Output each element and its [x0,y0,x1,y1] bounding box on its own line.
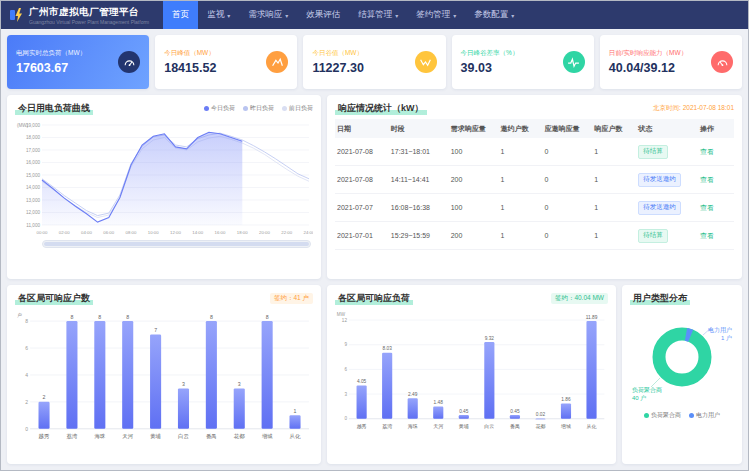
kpi-value: 17603.67 [16,61,86,75]
status-badge: 待结算 [638,145,668,159]
svg-text:8.03: 8.03 [383,346,393,351]
status-badge: 待发送邀约 [638,201,681,215]
nav-item-contract[interactable]: 签约管理▾ [407,1,465,29]
svg-text:17,000: 17,000 [26,148,40,153]
chart-zoom-handle[interactable] [44,242,309,246]
svg-text:花都: 花都 [234,433,245,440]
column-header: 响应户数 [592,119,636,138]
user-type-donut-wrap: 电力用户1 户 负荷聚合商40 户 [630,309,734,405]
load-curve-title: 今日用电负荷曲线 [15,102,93,115]
nav-item-demand-response[interactable]: 需求响应▾ [239,1,297,29]
svg-text:越秀: 越秀 [357,423,367,430]
kpi-card-2: 今日谷值（MW）11227.30 [303,35,445,89]
load-curve-legend: 今日负荷昨日负荷前日负荷 [204,104,313,113]
svg-text:8: 8 [210,314,213,320]
svg-text:海珠: 海珠 [408,423,418,430]
svg-text:荔湾: 荔湾 [67,433,78,440]
legend-dot-icon [689,413,694,418]
svg-text:3: 3 [182,381,185,387]
svg-text:9: 9 [344,342,347,347]
view-link[interactable]: 查看 [700,232,714,239]
svg-text:08:00: 08:00 [126,230,137,235]
kpi-value: 39.03 [461,61,519,75]
svg-text:06:00: 06:00 [103,230,114,235]
status-badge: 待结算 [638,229,668,243]
svg-text:从化: 从化 [587,423,597,430]
legend-dot-icon [282,106,287,111]
svg-text:16:00: 16:00 [215,230,226,235]
load-curve-panel: 今日用电负荷曲线 今日负荷昨日负荷前日负荷 (MW)11,00012,00013… [7,95,321,279]
svg-text:19,000: 19,000 [26,123,40,128]
app-logo-icon [9,7,25,23]
table-row: 2021-07-0817:31~18:01100101待结算查看 [335,138,734,166]
view-link[interactable]: 查看 [700,204,714,211]
top-navbar: 广州市虚拟电厂管理平台 Guangzhou Virtual Power Plan… [1,1,748,29]
svg-text:12,000: 12,000 [26,210,40,215]
meter-icon [711,51,733,73]
legend-item[interactable]: 负荷聚合商 [644,411,681,420]
nav-item-effect-eval[interactable]: 效果评估 [297,1,349,29]
svg-text:22:00: 22:00 [281,230,292,235]
legend-item[interactable]: 昨日负荷 [243,104,274,113]
svg-text:2.49: 2.49 [408,392,418,397]
pulse-icon [563,51,585,73]
dashboard-content: 电网实时总负荷（MW）17603.67今日峰值（MW）18415.52今日谷值（… [1,29,748,470]
nav-item-home[interactable]: 首页 [163,1,198,29]
chevron-down-icon: ▾ [395,12,398,19]
kpi-card-1: 今日峰值（MW）18415.52 [155,35,297,89]
svg-text:海珠: 海珠 [94,433,105,439]
view-link[interactable]: 查看 [700,176,714,183]
svg-text:8: 8 [98,314,101,320]
svg-text:14:00: 14:00 [192,230,203,235]
district-load-chart[interactable]: MW0369124.05越秀8.03荔湾2.49海珠1.48天河0.45黄埔9.… [335,309,608,431]
svg-text:18:00: 18:00 [237,230,248,235]
svg-text:黄埔: 黄埔 [150,433,161,440]
legend-item[interactable]: 今日负荷 [204,104,235,113]
column-header: 状态 [636,119,698,138]
svg-text:1.86: 1.86 [561,397,571,402]
nav-item-params[interactable]: 参数配置▾ [465,1,523,29]
peak-icon [266,51,288,73]
table-header-row: 日期时段需求响应量邀约户数应邀响应量响应户数状态操作 [335,119,734,138]
svg-text:18,000: 18,000 [26,135,40,140]
svg-text:番禺: 番禺 [510,423,520,430]
legend-item[interactable]: 前日负荷 [282,104,313,113]
svg-text:白云: 白云 [484,423,494,429]
aggregator-callout: 负荷聚合商40 户 [632,387,662,403]
district-households-title: 各区局可响应户数 [15,292,93,305]
table-row: 2021-07-0115:29~15:59200101待结算查看 [335,222,734,250]
user-type-title: 用户类型分布 [630,292,690,305]
nav-item-settlement[interactable]: 结算管理▾ [349,1,407,29]
column-header: 需求响应量 [449,119,499,138]
middle-row: 今日用电负荷曲线 今日负荷昨日负荷前日负荷 (MW)11,00012,00013… [7,95,742,279]
load-total-badge: 签约：40.04 MW [551,293,608,304]
svg-text:2: 2 [43,394,46,400]
svg-text:MW: MW [337,312,346,317]
chevron-down-icon: ▾ [227,12,230,19]
column-header: 操作 [698,119,734,138]
svg-text:02:00: 02:00 [59,230,70,235]
legend-item[interactable]: 电力用户 [689,411,720,420]
svg-text:12:00: 12:00 [170,230,181,235]
column-header: 时段 [389,119,449,138]
table-row: 2021-07-0716:08~16:38100101待发送邀约查看 [335,194,734,222]
load-curve-chart[interactable]: (MW)11,00012,00013,00014,00015,00016,000… [15,119,313,237]
district-load-title: 各区局可响应负荷 [335,292,413,305]
district-households-chart[interactable]: 户024682越秀8荔湾8海珠8天河7黄埔3白云8番禺3花都8增城1从化 [15,309,313,442]
view-link[interactable]: 查看 [700,148,714,155]
kpi-label: 电网实时总负荷（MW） [16,49,86,58]
svg-text:0: 0 [344,416,347,421]
svg-text:12: 12 [342,318,348,323]
district-load-panel: 各区局可响应负荷 签约：40.04 MW MW0369124.05越秀8.03荔… [327,285,616,464]
chevron-down-icon: ▾ [453,12,456,19]
kpi-card-0: 电网实时总负荷（MW）17603.67 [7,35,149,89]
chart-zoom-slider[interactable] [42,240,311,248]
svg-text:2: 2 [25,399,28,405]
svg-text:荔湾: 荔湾 [382,423,392,430]
nav-item-label: 需求响应 [248,9,282,21]
svg-text:越秀: 越秀 [39,433,50,440]
svg-text:11.89: 11.89 [586,315,598,320]
kpi-value: 18415.52 [164,61,216,75]
svg-text:15,000: 15,000 [26,173,40,178]
nav-item-monitor[interactable]: 监视▾ [198,1,239,29]
